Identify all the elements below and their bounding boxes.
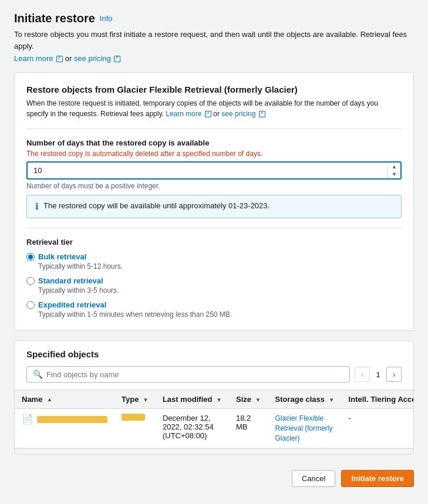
learn-more-link[interactable]: Learn more — [14, 54, 53, 63]
restore-or-text: or — [213, 110, 221, 118]
restore-section-card: Restore objects from Glacier Flexible Re… — [14, 72, 414, 331]
radio-expedited[interactable] — [26, 301, 35, 309]
col-header-size: Size ▼ — [229, 390, 268, 409]
restore-pricing-icon — [259, 111, 265, 117]
storage-sort-icon[interactable]: ▼ — [329, 397, 335, 403]
objects-section-title: Specified objects — [26, 349, 402, 359]
radio-expedited-desc: Typically within 1-5 minutes when retrie… — [38, 310, 402, 319]
table-cell-intelligent: - — [342, 409, 413, 448]
modified-sort-icon[interactable]: ▼ — [216, 397, 222, 403]
cancel-button[interactable]: Cancel — [292, 470, 335, 487]
name-sort-icon[interactable]: ▲ — [46, 396, 52, 402]
radio-standard-desc: Typically within 3-5 hours. — [38, 286, 402, 295]
info-circle-icon: ℹ — [35, 201, 39, 212]
table-cell-storage: Glacier Flexible Retrieval (formerly Gla… — [268, 409, 342, 448]
size-sort-icon[interactable]: ▼ — [255, 397, 261, 403]
external-link-icon — [56, 56, 63, 62]
days-field-label: Number of days that the restored copy is… — [26, 138, 402, 147]
restore-external-icon — [205, 111, 211, 117]
page-number: 1 — [373, 370, 383, 379]
col-header-storage: Storage class ▼ — [268, 390, 342, 409]
prev-page-button[interactable]: ‹ — [355, 367, 370, 382]
page-title: Initiate restore — [14, 12, 95, 25]
col-header-intelligent: Intell. Tiering Acce... — [342, 390, 413, 409]
table-cell-size: 18.2 MB — [229, 409, 268, 448]
table-cell-modified: December 12, 2022, 02:32:54 (UTC+08:00) — [156, 409, 229, 448]
file-name-cell: 📄 — [22, 414, 107, 425]
pricing-external-icon — [114, 56, 120, 62]
search-input[interactable] — [46, 370, 343, 379]
see-pricing-link[interactable]: see pricing — [74, 54, 111, 63]
learn-more-row: Learn more or see pricing — [14, 54, 414, 63]
type-sort-icon[interactable]: ▼ — [143, 397, 149, 403]
radio-bulk-desc: Typically within 5-12 hours. — [38, 262, 402, 270]
col-header-type: Type ▼ — [114, 390, 156, 409]
radio-item-bulk: Bulk retrieval Typically within 5-12 hou… — [26, 252, 402, 270]
radio-item-expedited: Expedited retrieval Typically within 1-5… — [26, 300, 402, 319]
table-wrapper: Name ▲ Type ▼ Last modified ▼ — [15, 390, 413, 448]
availability-info-box: ℹ The restored copy will be available un… — [26, 195, 402, 218]
days-input[interactable] — [28, 163, 387, 178]
pagination-controls: ‹ 1 › — [355, 367, 402, 382]
scroll-bar-inner — [15, 449, 413, 454]
radio-bulk[interactable] — [26, 253, 35, 261]
retrieval-tier-label: Retrieval tier — [26, 238, 402, 246]
table-cell-name: 📄 — [15, 409, 114, 448]
or-text: or — [65, 54, 74, 63]
objects-section: Specified objects 🔍 ‹ 1 › — [14, 340, 414, 455]
search-icon: 🔍 — [33, 370, 43, 379]
table-row: 📄 December 12, 2022, 02:32:54 (UTC+08:00… — [15, 409, 413, 448]
search-row: 🔍 ‹ 1 › — [26, 366, 402, 383]
table-cell-type — [114, 409, 156, 448]
horizontal-scrollbar[interactable] — [15, 448, 413, 454]
search-input-wrapper: 🔍 — [26, 366, 350, 383]
spinner-down-button[interactable]: ▼ — [388, 171, 400, 178]
col-header-name: Name ▲ — [15, 390, 114, 409]
radio-item-standard: Standard retrieval Typically within 3-5 … — [26, 276, 402, 295]
bottom-bar: Cancel Initiate restore — [14, 464, 414, 489]
page-description: To restore objects you must first initia… — [14, 29, 414, 52]
info-link[interactable]: Info — [100, 14, 113, 23]
days-field-sublabel: The restored copy is automatically delet… — [26, 150, 402, 158]
table-header-row: Name ▲ Type ▼ Last modified ▼ — [15, 390, 413, 409]
col-header-modified: Last modified ▼ — [156, 390, 229, 409]
section-divider — [26, 128, 402, 129]
radio-bulk-label[interactable]: Bulk retrieval — [38, 252, 86, 261]
spinner-up-button[interactable]: ▲ — [388, 163, 400, 171]
retrieval-tier-group: Bulk retrieval Typically within 5-12 hou… — [26, 252, 402, 319]
initiate-restore-button[interactable]: Initiate restore — [341, 470, 414, 487]
restore-learn-more-link[interactable]: Learn more — [166, 110, 201, 118]
restore-pricing-link[interactable]: see pricing — [221, 110, 255, 118]
radio-expedited-label[interactable]: Expedited retrieval — [38, 300, 106, 309]
radio-standard[interactable] — [26, 277, 35, 285]
file-name-redacted — [37, 416, 107, 423]
radio-standard-label[interactable]: Standard retrieval — [38, 276, 103, 285]
storage-class-value: Glacier Flexible Retrieval (formerly Gla… — [275, 414, 333, 442]
objects-table: Name ▲ Type ▼ Last modified ▼ — [15, 390, 413, 448]
spinner-buttons: ▲ ▼ — [387, 163, 400, 178]
type-redacted — [122, 414, 145, 421]
retrieval-divider — [26, 228, 402, 228]
file-icon: 📄 — [22, 414, 33, 425]
next-page-button[interactable]: › — [386, 367, 402, 382]
objects-header: Specified objects 🔍 ‹ 1 › — [15, 341, 413, 390]
days-input-wrapper: ▲ ▼ — [26, 161, 402, 180]
availability-info-text: The restored copy will be available unti… — [43, 201, 269, 210]
restore-section-title: Restore objects from Glacier Flexible Re… — [26, 84, 402, 94]
days-field-hint: Number of days must be a positive intege… — [26, 182, 402, 190]
restore-section-desc: When the restore request is initiated, t… — [26, 98, 402, 119]
